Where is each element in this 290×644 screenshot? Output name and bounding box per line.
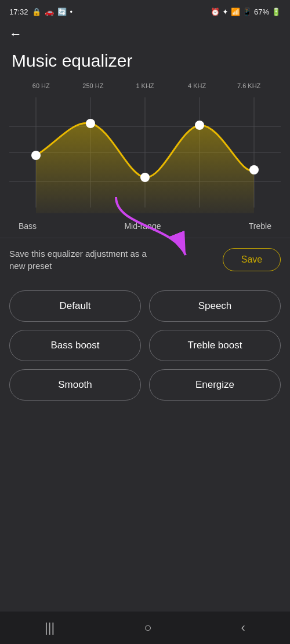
save-description: Save this equalizer adjustment as a new … bbox=[9, 248, 154, 272]
freq-60hz: 60 HZ bbox=[15, 82, 67, 89]
bluetooth-icon: ✦ bbox=[222, 8, 229, 16]
status-left: 17:32 🔒 🚗 🔄 • bbox=[9, 8, 72, 16]
time-display: 17:32 bbox=[9, 8, 28, 16]
preset-speech[interactable]: Speech bbox=[149, 290, 281, 322]
signal-icon: 📱 bbox=[242, 8, 252, 16]
wifi-icon: 📶 bbox=[231, 8, 240, 16]
freq-1khz: 1 KHZ bbox=[119, 82, 171, 89]
presets-grid: Default Speech Bass boost Treble boost S… bbox=[0, 286, 290, 412]
eq-point-5[interactable] bbox=[249, 165, 259, 174]
eq-svg bbox=[9, 92, 281, 219]
nav-home[interactable]: ○ bbox=[144, 620, 151, 635]
lock-icon: 🔒 bbox=[32, 8, 41, 16]
equalizer-graph bbox=[9, 92, 281, 219]
midrange-label: Mid-range bbox=[124, 221, 161, 231]
freq-4khz: 4 KHZ bbox=[171, 82, 223, 89]
bass-label: Bass bbox=[19, 221, 37, 231]
sync-icon: 🔄 bbox=[57, 8, 67, 16]
preset-energize[interactable]: Energize bbox=[149, 369, 281, 401]
preset-treble-boost[interactable]: Treble boost bbox=[149, 330, 281, 361]
battery-icon: 🔋 bbox=[271, 8, 281, 16]
eq-point-1[interactable] bbox=[31, 151, 41, 160]
page-title: Music equalizer bbox=[0, 45, 290, 82]
save-section: Save this equalizer adjustment as a new … bbox=[0, 238, 290, 281]
car-icon: 🚗 bbox=[45, 8, 54, 16]
status-bar: 17:32 🔒 🚗 🔄 • ⏰ ✦ 📶 📱 67% 🔋 bbox=[0, 0, 290, 21]
save-container: Save this equalizer adjustment as a new … bbox=[0, 238, 290, 281]
nav-back[interactable]: ‹ bbox=[241, 620, 245, 635]
freq-250hz: 250 HZ bbox=[67, 82, 119, 89]
range-labels: Bass Mid-range Treble bbox=[9, 219, 281, 233]
treble-label: Treble bbox=[249, 221, 271, 231]
eq-point-4[interactable] bbox=[195, 121, 204, 130]
status-right: ⏰ ✦ 📶 📱 67% 🔋 bbox=[211, 8, 281, 16]
preset-smooth[interactable]: Smooth bbox=[9, 369, 141, 401]
save-button[interactable]: Save bbox=[223, 248, 281, 271]
eq-point-3[interactable] bbox=[140, 173, 150, 182]
nav-recent-apps[interactable]: ||| bbox=[45, 620, 55, 635]
back-button[interactable]: ← bbox=[0, 21, 290, 45]
freq-76khz: 7.6 KHZ bbox=[223, 82, 275, 89]
frequency-labels: 60 HZ 250 HZ 1 KHZ 4 KHZ 7.6 KHZ bbox=[9, 82, 281, 89]
bottom-nav: ||| ○ ‹ bbox=[0, 612, 290, 644]
equalizer-section: 60 HZ 250 HZ 1 KHZ 4 KHZ 7.6 KHZ bbox=[0, 82, 290, 233]
alarm-icon: ⏰ bbox=[211, 8, 220, 16]
preset-bass-boost[interactable]: Bass boost bbox=[9, 330, 141, 361]
dot-indicator: • bbox=[70, 8, 73, 16]
battery-label: 67% bbox=[254, 8, 269, 16]
eq-point-2[interactable] bbox=[86, 119, 95, 128]
preset-default[interactable]: Default bbox=[9, 290, 141, 322]
